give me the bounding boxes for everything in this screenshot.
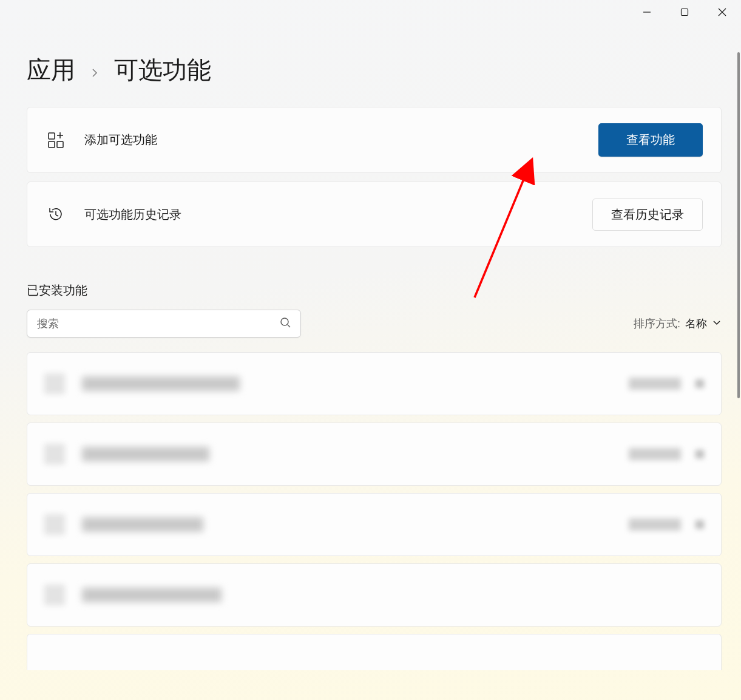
feature-item[interactable] [27,423,722,486]
scrollbar-thumb[interactable] [737,52,740,398]
maximize-button[interactable] [666,0,703,24]
svg-point-11 [281,318,288,325]
sort-control[interactable]: 排序方式: 名称 [634,316,722,331]
svg-line-12 [288,325,290,327]
feature-item[interactable] [27,493,722,556]
history-icon [46,204,66,225]
chevron-down-icon [695,520,704,529]
view-features-button[interactable]: 查看功能 [598,123,703,157]
breadcrumb: 应用 可选功能 [27,53,211,87]
svg-line-10 [56,215,58,216]
feature-size [629,518,681,531]
feature-icon [44,444,65,464]
breadcrumb-parent[interactable]: 应用 [27,53,75,87]
feature-name [82,517,203,532]
history-card: 可选功能历史记录 查看历史记录 [27,182,722,247]
feature-item[interactable] [27,634,722,670]
feature-size [629,378,681,390]
svg-rect-5 [49,141,55,148]
svg-rect-4 [49,133,55,139]
sort-value: 名称 [685,316,707,331]
history-label: 可选功能历史记录 [84,206,181,223]
feature-icon [44,514,65,535]
feature-name [82,376,240,391]
add-feature-icon [46,130,66,151]
feature-name [82,588,222,602]
chevron-right-icon [90,64,100,81]
feature-size [629,448,681,460]
page-title: 可选功能 [114,53,211,87]
svg-rect-6 [57,141,63,148]
close-button[interactable] [703,0,741,24]
search-icon [280,317,291,330]
add-feature-label: 添加可选功能 [84,132,157,148]
sort-label: 排序方式: [634,316,680,331]
add-feature-card: 添加可选功能 查看功能 [27,107,722,173]
feature-name [82,447,209,461]
feature-item[interactable] [27,563,722,627]
feature-icon [44,373,65,394]
chevron-down-icon [695,450,704,458]
svg-rect-1 [682,9,688,16]
search-box[interactable] [27,310,301,338]
feature-item[interactable] [27,352,722,415]
view-history-button[interactable]: 查看历史记录 [592,199,703,231]
minimize-button[interactable] [628,0,666,24]
feature-icon [44,585,65,605]
chevron-down-icon [712,318,722,330]
chevron-down-icon [695,379,704,388]
installed-section-header: 已安装功能 [27,282,722,299]
window-controls [628,0,741,24]
search-input[interactable] [37,318,280,330]
